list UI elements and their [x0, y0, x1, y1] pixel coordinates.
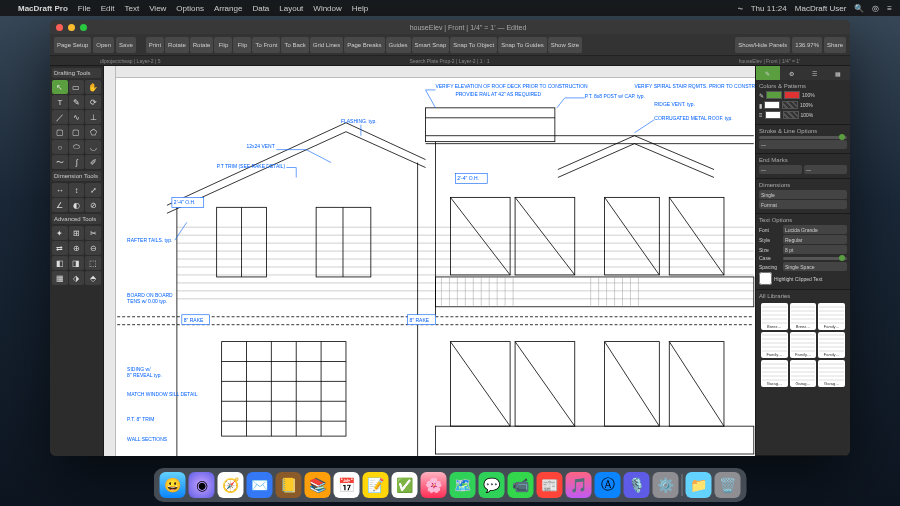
- curve-tool[interactable]: 〜: [52, 155, 68, 169]
- dim-mode[interactable]: Single: [759, 190, 847, 199]
- line-style-field[interactable]: —: [759, 140, 847, 149]
- menu-text[interactable]: Text: [124, 4, 139, 13]
- rotate-ccw-button[interactable]: Rotate: [165, 37, 189, 53]
- font-field[interactable]: Lucida Grande: [783, 225, 847, 234]
- flip-h-button[interactable]: Flip: [214, 37, 232, 53]
- marquee-tool[interactable]: ▭: [69, 80, 85, 94]
- pagebreaks-button[interactable]: Page Breaks: [344, 37, 384, 53]
- library-item[interactable]: Family…: [761, 332, 788, 359]
- minimize-button[interactable]: [68, 24, 75, 31]
- adv-6[interactable]: ⊖: [85, 241, 101, 255]
- dock-settings[interactable]: ⚙️: [653, 472, 679, 498]
- library-item[interactable]: Garag…: [790, 360, 817, 387]
- adv-3[interactable]: ✂: [85, 226, 101, 240]
- menu-file[interactable]: File: [78, 4, 91, 13]
- dock-safari[interactable]: 🧭: [218, 472, 244, 498]
- library-item[interactable]: Garag…: [818, 360, 845, 387]
- siri-icon[interactable]: ≡: [887, 4, 892, 13]
- horizontal-ruler[interactable]: [116, 66, 755, 78]
- end-mark-start[interactable]: —: [759, 165, 802, 174]
- parallel-swatch[interactable]: [765, 111, 781, 119]
- doc-tab-3[interactable]: houseElev | Front | 1/4" = 1': [739, 58, 800, 64]
- rotate-cw-button[interactable]: Rotate: [190, 37, 214, 53]
- inspector-tab-2[interactable]: ⚙: [780, 66, 804, 80]
- end-mark-end[interactable]: —: [804, 165, 847, 174]
- dock-contacts[interactable]: 📒: [276, 472, 302, 498]
- rect-tool[interactable]: ▢: [52, 125, 68, 139]
- library-item[interactable]: Family…: [818, 303, 845, 330]
- circle-tool[interactable]: ○: [52, 140, 68, 154]
- libraries-title[interactable]: All Libraries: [759, 293, 847, 299]
- hand-tool[interactable]: ✋: [85, 80, 101, 94]
- adv-8[interactable]: ◨: [69, 256, 85, 270]
- dock-news[interactable]: 📰: [537, 472, 563, 498]
- pen-tool[interactable]: ✎: [69, 95, 85, 109]
- case-slider[interactable]: [783, 257, 847, 260]
- flip-v-button[interactable]: Flip: [233, 37, 251, 53]
- adv-1[interactable]: ✦: [52, 226, 68, 240]
- adv-4[interactable]: ⇄: [52, 241, 68, 255]
- fill-swatch[interactable]: [764, 101, 780, 109]
- style-field[interactable]: Regular: [783, 235, 847, 244]
- adv-7[interactable]: ◧: [52, 256, 68, 270]
- adv-2[interactable]: ⊞: [69, 226, 85, 240]
- page-setup-button[interactable]: Page Setup: [54, 37, 91, 53]
- control-center-icon[interactable]: ◎: [872, 4, 879, 13]
- freehand-tool[interactable]: ✐: [85, 155, 101, 169]
- gridlines-button[interactable]: Grid Lines: [310, 37, 343, 53]
- stroke-swatch[interactable]: [766, 91, 782, 99]
- menu-edit[interactable]: Edit: [101, 4, 115, 13]
- toback-button[interactable]: To Back: [281, 37, 308, 53]
- menu-arrange[interactable]: Arrange: [214, 4, 242, 13]
- open-button[interactable]: Open: [93, 37, 114, 53]
- fullscreen-button[interactable]: [80, 24, 87, 31]
- angledim-tool[interactable]: ∠: [52, 198, 68, 212]
- menu-layout[interactable]: Layout: [279, 4, 303, 13]
- save-button[interactable]: Save: [116, 37, 136, 53]
- dock-finder[interactable]: 😀: [160, 472, 186, 498]
- dock-books[interactable]: 📚: [305, 472, 331, 498]
- snapguides-button[interactable]: Snap To Guides: [498, 37, 547, 53]
- swatch-none[interactable]: [782, 101, 798, 109]
- dock-messages[interactable]: 💬: [479, 472, 505, 498]
- advanced-tools-header[interactable]: Advanced Tools: [52, 214, 101, 224]
- highlight-checkbox[interactable]: [759, 272, 772, 285]
- drafting-tools-header[interactable]: Drafting Tools: [52, 68, 101, 78]
- vertical-ruler[interactable]: [104, 66, 116, 456]
- diamdim-tool[interactable]: ⊘: [85, 198, 101, 212]
- rotate-tool[interactable]: ⟳: [85, 95, 101, 109]
- inspector-tab-3[interactable]: ☰: [803, 66, 827, 80]
- menu-window[interactable]: Window: [313, 4, 341, 13]
- dock-appstore[interactable]: Ⓐ: [595, 472, 621, 498]
- swatch-red[interactable]: [784, 91, 800, 99]
- dock-podcasts[interactable]: 🎙️: [624, 472, 650, 498]
- doc-tab-1[interactable]: dlprojectcheap | Layer-2 | 5: [100, 58, 160, 64]
- drawing-canvas[interactable]: 12x24 VENT FLASHING. typ. VERIFY ELEVATI…: [116, 78, 755, 456]
- radialdim-tool[interactable]: ◐: [69, 198, 85, 212]
- roundrect-tool[interactable]: ▢: [69, 125, 85, 139]
- spacing-field[interactable]: Single Space: [783, 262, 847, 271]
- size-field[interactable]: 8 pt: [783, 245, 847, 254]
- smartsnap-button[interactable]: Smart Snap: [412, 37, 450, 53]
- app-name[interactable]: MacDraft Pro: [18, 4, 68, 13]
- arc-tool[interactable]: ◡: [85, 140, 101, 154]
- ellipse-tool[interactable]: ⬭: [69, 140, 85, 154]
- bezier-tool[interactable]: ∫: [69, 155, 85, 169]
- polygon-tool[interactable]: ⬠: [85, 125, 101, 139]
- tofront-button[interactable]: To Front: [252, 37, 280, 53]
- share-button[interactable]: Share: [824, 37, 846, 53]
- perp-line-tool[interactable]: ⊥: [85, 110, 101, 124]
- dock-photos[interactable]: 🌸: [421, 472, 447, 498]
- adv-5[interactable]: ⊕: [69, 241, 85, 255]
- print-button[interactable]: Print: [146, 37, 164, 53]
- library-item[interactable]: Breez…: [761, 303, 788, 330]
- inspector-tab-4[interactable]: ▦: [827, 66, 851, 80]
- library-item[interactable]: Garag…: [761, 360, 788, 387]
- inspector-tab-properties[interactable]: ✎: [756, 66, 780, 80]
- aligndim-tool[interactable]: ⤢: [85, 183, 101, 197]
- polyline-tool[interactable]: ∿: [69, 110, 85, 124]
- dimension-tools-header[interactable]: Dimension Tools: [52, 171, 101, 181]
- stroke-weight-slider[interactable]: [759, 136, 847, 139]
- zoom-field[interactable]: 136.97%: [792, 37, 822, 53]
- select-tool[interactable]: ↖: [52, 80, 68, 94]
